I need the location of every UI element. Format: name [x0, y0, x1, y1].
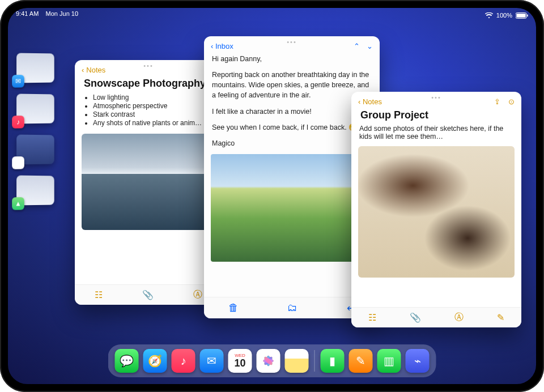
mail-line: Magico: [212, 138, 372, 148]
mail-back-button[interactable]: Inbox: [215, 42, 233, 50]
dock: 💬 🧭 ♪ ✉︎ WED 10 ▮ ✎ ▥ ⌁: [108, 344, 436, 377]
ipad-frame: 9:41 AM Mon Jun 10 100% ✉︎ ♪ ▤ ▲: [0, 0, 544, 392]
notes-back-button[interactable]: Notes: [363, 97, 382, 106]
notes-window-snowscape[interactable]: ••• ‹ Notes Snowscape Photography Low li…: [75, 60, 222, 305]
status-date: Mon Jun 10: [46, 10, 78, 17]
stage-manager-strip: ✉︎ ♪ ▤ ▲: [16, 53, 60, 205]
mail-image: [211, 154, 373, 262]
safari-app-icon[interactable]: 🧭: [143, 349, 167, 373]
mail-app-icon: ✉︎: [12, 75, 24, 88]
stage-thumb-maps[interactable]: ▲: [16, 176, 54, 206]
wifi-icon: [485, 12, 493, 19]
battery-icon: [516, 12, 528, 19]
mail-line: I felt like a character in a movie!: [212, 106, 372, 117]
music-app-icon[interactable]: ♪: [172, 349, 196, 373]
checklist-icon[interactable]: ☷: [95, 289, 103, 300]
numbers-app-icon[interactable]: ▥: [377, 349, 401, 373]
mail-line: Reporting back on another breathtaking d…: [212, 70, 372, 100]
notes-back-button[interactable]: Notes: [86, 66, 105, 74]
music-app-icon: ♪: [12, 116, 24, 129]
note-title: Group Project: [351, 108, 521, 125]
checklist-icon[interactable]: ☷: [368, 312, 376, 323]
stage-thumb-files[interactable]: ▤: [16, 135, 54, 165]
notes-toolbar: ☷ 📎 Ⓐ: [75, 284, 222, 305]
files-app-icon: ▤: [12, 156, 24, 169]
note-body: Low lighting Atmospheric perspective Sta…: [75, 93, 222, 127]
mail-line: See you when I come back, if I come back…: [212, 122, 372, 133]
compose-icon[interactable]: ✎: [497, 312, 504, 323]
stage-thumb-mail[interactable]: ✉︎: [16, 53, 54, 83]
share-icon[interactable]: ⇪: [494, 97, 500, 106]
more-icon[interactable]: ⊙: [508, 97, 515, 106]
status-bar: 9:41 AM Mon Jun 10 100%: [8, 8, 536, 20]
list-item: Low lighting: [93, 93, 213, 101]
window-handle-icon[interactable]: •••: [287, 39, 297, 45]
photos-app-icon[interactable]: [257, 349, 280, 373]
stage-thumb-music[interactable]: ♪: [16, 94, 54, 124]
window-handle-icon[interactable]: •••: [143, 62, 154, 69]
mail-app-icon[interactable]: ✉︎: [200, 349, 224, 373]
list-item: Any shots of native plants or anim…: [93, 119, 213, 127]
mail-line: Hi again Danny,: [212, 54, 372, 64]
notes-toolbar: ☷ 📎 Ⓐ ✎: [351, 307, 521, 327]
markup-icon[interactable]: Ⓐ: [193, 289, 202, 301]
folder-icon[interactable]: 🗂: [287, 302, 298, 314]
screen: 9:41 AM Mon Jun 10 100% ✉︎ ♪ ▤ ▲: [8, 8, 536, 384]
calendar-day: 10: [234, 358, 245, 368]
calendar-app-icon[interactable]: WED 10: [228, 349, 252, 373]
chevron-left-icon[interactable]: ‹: [82, 66, 84, 74]
attachment-icon[interactable]: 📎: [142, 289, 154, 300]
svg-rect-2: [527, 15, 528, 17]
shortcuts-app-icon[interactable]: ⌁: [406, 349, 430, 373]
svg-rect-1: [517, 14, 526, 18]
note-title: Snowscape Photography: [75, 76, 222, 93]
list-item: Atmospheric perspective: [93, 102, 213, 110]
markup-icon[interactable]: Ⓐ: [454, 312, 464, 323]
pages-app-icon[interactable]: ✎: [349, 349, 373, 373]
notes-window-group-project[interactable]: ••• ‹ Notes ⇪ ⊙ Group Project Add some p…: [351, 92, 521, 327]
chevron-down-icon[interactable]: ⌄: [367, 42, 373, 50]
dock-separator: [314, 350, 315, 372]
trash-icon[interactable]: 🗑: [228, 302, 239, 314]
status-time: 9:41 AM: [16, 10, 39, 17]
chevron-left-icon[interactable]: ‹: [211, 42, 213, 50]
facetime-app-icon[interactable]: ▮: [321, 349, 345, 373]
notes-app-icon[interactable]: [285, 349, 309, 373]
battery-percent: 100%: [496, 12, 512, 19]
attachment-icon[interactable]: 📎: [410, 312, 421, 323]
chevron-up-icon[interactable]: ⌃: [354, 42, 360, 50]
messages-app-icon[interactable]: 💬: [115, 349, 139, 373]
list-item: Stark contrast: [93, 110, 213, 118]
note-subtitle: Add some photos of their sketches here, …: [351, 125, 521, 144]
chevron-left-icon[interactable]: ‹: [358, 97, 360, 106]
window-handle-icon[interactable]: •••: [431, 94, 441, 101]
maps-app-icon: ▲: [12, 197, 24, 210]
note-image: [358, 146, 515, 278]
note-image: [82, 134, 215, 230]
